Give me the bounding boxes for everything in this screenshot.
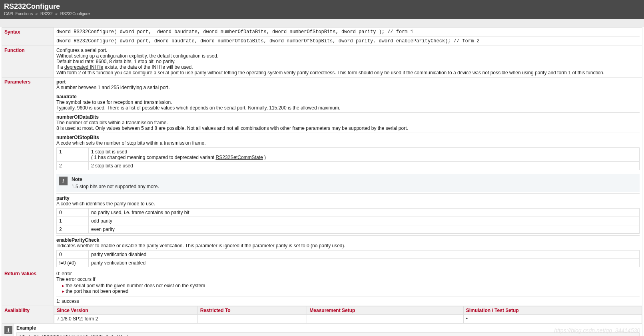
cell-val: 2 stop bits are used <box>89 162 640 170</box>
example-label: Example <box>16 325 640 331</box>
function-line: Without setting up a configuration expli… <box>56 53 640 59</box>
cell-val: no parity used, i.e. frame contains no p… <box>89 209 640 217</box>
return-reasons: the serial port with the given number do… <box>56 283 640 294</box>
link-rs232setcommstate[interactable]: RS232SetCommState <box>216 155 263 160</box>
cell-val: parity verification disabled <box>89 251 640 259</box>
stopbits-table: 1 1 stop bit is used ( 1 has changed mea… <box>56 147 640 170</box>
return-line: 0: error <box>56 271 640 276</box>
param-enablepc: enableParityCheck Indicates whether to e… <box>56 235 640 267</box>
param-port: port A number between 1 and 255 identify… <box>56 79 640 90</box>
cell-key: 0 <box>57 251 89 259</box>
cell-val: even parity <box>89 225 640 234</box>
table-row: 0no parity used, i.e. frame contains no … <box>57 209 640 217</box>
doc-table: Syntax dword RS232Configure( dword port,… <box>2 27 642 336</box>
cell-val: parity verification enabled <box>89 259 640 267</box>
table-row: 2even parity <box>57 225 640 234</box>
enablepc-table: 0parity verification disabled !=0 (≠0)pa… <box>56 250 640 267</box>
breadcrumb-current: RS232Configure <box>60 12 90 16</box>
col-since: Since Version <box>54 306 198 315</box>
cell-key: 2 <box>57 162 89 170</box>
table-header-row: Since Version Restricted To Measurement … <box>54 306 642 315</box>
param-desc: The number of data bits within a transmi… <box>56 120 640 125</box>
param-desc: The symbol rate to use for reception and… <box>56 99 640 105</box>
param-stopbits: numberOfStopBits A code which sets the n… <box>56 133 640 192</box>
table-row: 2 2 stop bits are used <box>57 162 640 170</box>
table-row: 0parity verification disabled <box>57 251 640 259</box>
breadcrumb: CAPL Functions » RS232 » RS232Configure <box>4 12 640 16</box>
cell-key: 0 <box>57 209 89 217</box>
param-desc: A code which sets the number of stop bit… <box>56 140 640 146</box>
info-icon: i <box>59 177 68 185</box>
note-title: Note <box>72 177 159 182</box>
returns-cell: 0: error The error occurs if the serial … <box>54 269 642 306</box>
breadcrumb-sep: » <box>55 12 58 16</box>
row-label-availability: Availability <box>2 306 54 324</box>
cell-restricted: — <box>197 315 307 323</box>
syntax-form1: dword RS232Configure( dword port, dword … <box>56 29 640 35</box>
parity-table: 0no parity used, i.e. frame contains no … <box>56 208 640 234</box>
cell-val: 1 stop bit is used ( 1 has changed meani… <box>89 148 640 162</box>
function-line: If a deprecated INI file exists, the dat… <box>56 64 640 70</box>
row-label-function: Function <box>2 46 54 78</box>
link-deprecated-ini[interactable]: deprecated INI file <box>64 64 103 70</box>
availability-table: Since Version Restricted To Measurement … <box>54 306 642 323</box>
back-to-top-icon[interactable]: ⬆ <box>4 326 12 334</box>
param-name: baudrate <box>56 94 640 99</box>
cell-since: 7.1/8.0 SP2: form 2 <box>54 315 198 323</box>
row-label-syntax: Syntax <box>2 28 54 46</box>
row-label-parameters: Parameters <box>2 78 54 269</box>
page-header: RS232Configure CAPL Functions » RS232 » … <box>0 0 644 19</box>
note-box: i Note 1.5 stop bits are not supported a… <box>56 174 640 192</box>
col-simulation: Simulation / Test Setup <box>463 306 642 315</box>
param-parity: parity A code which identifies the parit… <box>56 193 640 234</box>
param-desc: Indicates whether to enable or disable t… <box>56 243 640 249</box>
cell-key: 1 <box>57 148 89 162</box>
table-row: 7.1/8.0 SP2: form 2 — — • <box>54 315 642 323</box>
param-name: enableParityCheck <box>56 237 640 243</box>
syntax-cell: dword RS232Configure( dword port, dword … <box>54 28 642 46</box>
cell-val: odd parity <box>89 217 640 225</box>
param-baudrate: baudrate The symbol rate to use for rece… <box>56 92 640 111</box>
list-item: the port has not been opened <box>62 288 640 294</box>
function-line: Default baud rate: 9600, 8 data bits, 1 … <box>56 59 640 64</box>
param-name: numberOfDataBits <box>56 114 640 120</box>
return-line: The error occurs if <box>56 276 640 282</box>
availability-cell: Since Version Restricted To Measurement … <box>54 306 642 324</box>
note-body: 1.5 stop bits are not supported any more… <box>72 184 159 189</box>
function-line: With form 2 of this function you can con… <box>56 70 640 76</box>
example-cell: Example if ( 0!=RS232Configure(1,9600,8,… <box>14 324 642 336</box>
breadcrumb-link-0[interactable]: CAPL Functions <box>4 12 33 16</box>
cell-key: !=0 (≠0) <box>57 259 89 267</box>
breadcrumb-sep: » <box>36 12 38 16</box>
table-row: 1odd parity <box>57 217 640 225</box>
return-line: 1: success <box>56 296 640 304</box>
parameters-cell: port A number between 1 and 255 identify… <box>54 78 642 269</box>
col-restricted: Restricted To <box>197 306 307 315</box>
syntax-form2: dword RS232Configure( dword port, dword … <box>56 36 640 44</box>
table-row: 1 1 stop bit is used ( 1 has changed mea… <box>57 148 640 162</box>
list-item: the serial port with the given number do… <box>62 283 640 288</box>
param-desc: A code which identifies the parity mode … <box>56 201 640 207</box>
cell-simulation: • <box>463 315 642 323</box>
function-line: Configures a serial port. <box>56 48 640 53</box>
param-desc: A number between 1 and 255 identifying a… <box>56 85 640 90</box>
page-title: RS232Configure <box>4 2 640 11</box>
param-desc: Typically, 9600 is used. There is a list… <box>56 105 640 111</box>
example-code: if ( 0!=RS232Configure(1,9600,8,1,0) ) w… <box>16 332 640 336</box>
param-databits: numberOfDataBits The number of data bits… <box>56 112 640 131</box>
breadcrumb-link-1[interactable]: RS232 <box>40 12 53 16</box>
param-desc: 8 is used at most. Only values between 5… <box>56 125 640 131</box>
back-to-top-cell: ⬆ <box>2 324 14 336</box>
cell-key: 2 <box>57 225 89 234</box>
param-name: numberOfStopBits <box>56 135 640 140</box>
function-cell: Configures a serial port. Without settin… <box>54 46 642 78</box>
col-measurement: Measurement Setup <box>307 306 463 315</box>
header-spacer <box>0 19 644 27</box>
row-label-returns: Return Values <box>2 269 54 306</box>
cell-measurement: — <box>307 315 463 323</box>
param-name: parity <box>56 195 640 201</box>
table-row: !=0 (≠0)parity verification enabled <box>57 259 640 267</box>
param-name: port <box>56 79 640 85</box>
cell-key: 1 <box>57 217 89 225</box>
